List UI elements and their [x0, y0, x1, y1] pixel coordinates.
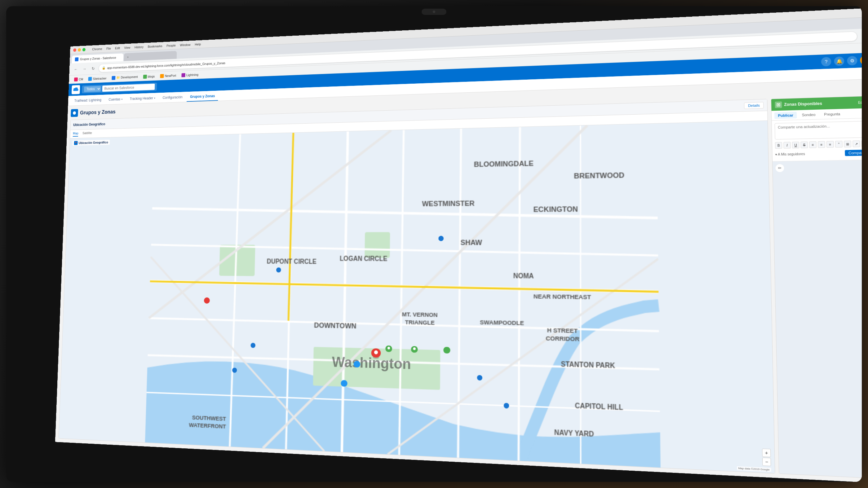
tab-favicon — [75, 57, 79, 61]
map-container[interactable]: BRENTWOOD BLOOMINGDALE WESTMINSTER ECKIN… — [59, 121, 775, 474]
bookmark-sitetracker-icon — [88, 77, 92, 81]
svg-text:DUPONT CIRCLE: DUPONT CIRCLE — [267, 258, 316, 265]
menu-file[interactable]: File — [106, 46, 111, 50]
sf-logo — [72, 85, 80, 95]
bookmark-development-icon — [112, 76, 115, 80]
map-subtab-satelite[interactable]: Satélite — [83, 131, 92, 136]
sf-main: Grupos y Zonas Ubicación Geográfico Deta… — [55, 79, 862, 482]
monitor-frame: Chrome File Edit View History Bookmarks … — [6, 6, 862, 482]
sf-topnav-right: ? 🔔 ⚙ M — [821, 56, 862, 67]
refresh-button[interactable]: ↻ — [90, 65, 97, 72]
tab-label: Grupos y Zonas - Salesforce — [80, 56, 116, 61]
sf-settings-icon[interactable]: ⚙ — [847, 56, 858, 65]
traffic-light-minimize[interactable] — [78, 48, 81, 52]
editor-align-right[interactable]: ≡ — [827, 141, 834, 148]
back-button[interactable]: ← — [72, 65, 79, 73]
map-section-label: 📍 Ubicación Geográfico — [72, 140, 110, 145]
page-header-icon — [71, 109, 78, 117]
menu-chrome[interactable]: Chrome — [92, 47, 102, 51]
menu-help[interactable]: Help — [195, 42, 201, 46]
sf-navtab-configuracion[interactable]: Configuración — [159, 93, 186, 103]
menu-history[interactable]: History — [134, 45, 144, 48]
traffic-light-close[interactable] — [73, 48, 76, 52]
menu-bookmarks[interactable]: Bookmarks — [148, 44, 162, 48]
svg-text:ECKINGTON: ECKINGTON — [533, 205, 578, 214]
sf-navtab-cuentas[interactable]: Cuentas ▾ — [105, 95, 126, 104]
sf-navtab-grupos-label: Grupos y Zonas — [190, 94, 215, 99]
feed-tab-pregunta[interactable]: Pregunta — [820, 110, 844, 118]
feed-content: ✏ — [773, 160, 862, 478]
menu-button[interactable]: ⋮ — [860, 31, 862, 40]
svg-point-0 — [73, 111, 76, 115]
sf-navtab-tracking-label: Tracking Header — [130, 96, 153, 101]
map-panel: Ubicación Geográfico Details Map Satélit… — [58, 99, 775, 474]
details-button[interactable]: Details — [744, 102, 764, 109]
sf-search-dropdown[interactable]: Todos — [84, 86, 101, 92]
bookmark-cm[interactable]: CM — [72, 76, 85, 82]
bookmark-lightning[interactable]: Lightning — [179, 72, 200, 78]
sf-navtab-tracking[interactable]: Tracking Header ▾ — [126, 94, 158, 104]
sf-search-input[interactable] — [102, 84, 155, 92]
feed-post-input[interactable] — [775, 121, 862, 139]
bookmark-sitetracker[interactable]: Sitetracker — [86, 75, 109, 82]
svg-line-16 — [519, 127, 520, 461]
editor-align-center[interactable]: ≡ — [818, 141, 825, 148]
bookmark-development-label: 📁 Development — [116, 75, 138, 79]
map-zoom-controls: + − — [762, 449, 771, 466]
editor-underline[interactable]: U — [792, 141, 800, 149]
feed-edit-icon[interactable]: ✏ — [775, 164, 784, 172]
svg-text:DOWNTOWN: DOWNTOWN — [314, 321, 356, 330]
svg-text:SWAMPOODLE: SWAMPOODLE — [480, 319, 524, 326]
sf-navtab-trailhead[interactable]: Trailhead: Lightning — [71, 95, 104, 105]
menu-window[interactable]: Window — [180, 43, 190, 47]
menu-edit[interactable]: Edit — [115, 46, 120, 50]
sf-navtab-tracking-arrow: ▾ — [154, 97, 155, 99]
sf-avatar[interactable]: M — [860, 56, 862, 65]
map-section-icon: 📍 — [74, 141, 78, 145]
feed-post-area: B I U S ≡ ≡ ≡ " ⊞ ↗ — [772, 118, 862, 161]
forward-button[interactable]: → — [81, 65, 88, 72]
bookmark-newport-icon — [160, 74, 164, 78]
svg-text:TRIANGLE: TRIANGLE — [405, 319, 435, 326]
sf-search-area: Todos — [82, 83, 157, 93]
feed-tab-sondeo-label: Sondeo — [802, 112, 816, 117]
editor-remove[interactable]: × — [862, 140, 862, 147]
sf-notifications-icon[interactable]: 🔔 — [834, 56, 844, 66]
bookmark-development[interactable]: 📁 Development — [110, 74, 140, 80]
feed-tab-pregunta-label: Pregunta — [824, 112, 840, 116]
feed-share-button[interactable]: Compartir — [845, 150, 862, 156]
feed-tab-publicar[interactable]: Publicar — [774, 111, 797, 119]
zoom-out-button[interactable]: − — [762, 458, 771, 466]
browser: Grupos y Zonas - Salesforce + ← → ↻ 🔒 ap… — [55, 17, 862, 482]
map-svg: BRENTWOOD BLOOMINGDALE WESTMINSTER ECKIN… — [59, 121, 775, 474]
editor-italic[interactable]: I — [783, 142, 790, 149]
sf-navtab-cuentas-label: Cuentas — [108, 97, 120, 102]
svg-text:BRENTWOOD: BRENTWOOD — [574, 171, 624, 180]
editor-align-left[interactable]: ≡ — [809, 141, 816, 148]
bookmark-lightning-icon — [181, 73, 185, 77]
bookmark-newport[interactable]: NewPort — [158, 73, 178, 79]
feed-tab-publicar-label: Publicar — [778, 113, 793, 118]
svg-text:Washington: Washington — [332, 354, 411, 372]
editor-table[interactable]: ⊞ — [844, 141, 851, 148]
feed-options-row: ▾ A Mis seguidores Compartir — [775, 148, 862, 158]
map-subtab-map[interactable]: Map — [73, 131, 79, 137]
bookmark-blogs-label: blogs — [148, 74, 155, 78]
right-panel-edit[interactable]: Editar — [858, 100, 862, 104]
feed-tab-sondeo[interactable]: Sondeo — [798, 111, 819, 118]
sf-navtab-grupos[interactable]: Grupos y Zonas — [187, 91, 218, 102]
bookmark-blogs[interactable]: blogs — [141, 73, 157, 79]
editor-strikethrough[interactable]: S — [800, 141, 808, 149]
right-panel: Zonas Disponibles Editar Publicar Sondeo — [771, 96, 862, 479]
editor-quote[interactable]: " — [835, 141, 843, 148]
zoom-in-button[interactable]: + — [762, 449, 771, 457]
sf-help-icon[interactable]: ? — [821, 57, 831, 67]
svg-text:WESTMINSTER: WESTMINSTER — [422, 199, 475, 208]
menu-people[interactable]: People — [166, 43, 176, 47]
menu-view[interactable]: View — [124, 45, 130, 49]
editor-link[interactable]: ↗ — [852, 140, 860, 147]
feed-followers-label: ▾ A Mis seguidores — [775, 152, 805, 156]
editor-bold[interactable]: B — [775, 142, 782, 149]
traffic-light-fullscreen[interactable] — [83, 48, 86, 51]
sf-navtab-configuracion-label: Configuración — [162, 95, 182, 100]
